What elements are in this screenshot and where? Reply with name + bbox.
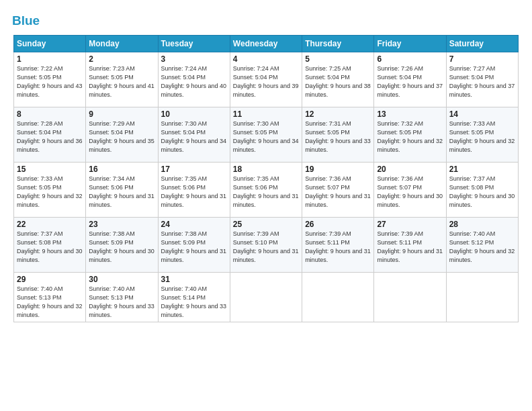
day-number: 29 xyxy=(17,275,83,284)
day-number: 19 xyxy=(305,165,371,174)
calendar-cell: 19Sunrise: 7:36 AMSunset: 5:07 PMDayligh… xyxy=(302,162,374,217)
day-number: 30 xyxy=(89,275,154,284)
day-info: Sunrise: 7:39 AMSunset: 5:11 PMDaylight:… xyxy=(305,230,371,265)
weekday-header-wednesday: Wednesday xyxy=(230,35,302,52)
day-number: 24 xyxy=(161,220,227,229)
weekday-header-row: SundayMondayTuesdayWednesdayThursdayFrid… xyxy=(14,35,519,52)
day-number: 17 xyxy=(161,165,227,174)
calendar-week-row-4: 22Sunrise: 7:37 AMSunset: 5:08 PMDayligh… xyxy=(14,217,519,272)
day-info: Sunrise: 7:30 AMSunset: 5:04 PMDaylight:… xyxy=(161,120,227,154)
day-info: Sunrise: 7:40 AMSunset: 5:13 PMDaylight:… xyxy=(17,285,83,320)
calendar-cell: 23Sunrise: 7:38 AMSunset: 5:09 PMDayligh… xyxy=(86,217,158,272)
day-number: 31 xyxy=(161,275,227,284)
weekday-header-tuesday: Tuesday xyxy=(158,35,230,52)
day-number: 11 xyxy=(233,109,299,119)
day-info: Sunrise: 7:40 AMSunset: 5:12 PMDaylight:… xyxy=(449,230,515,265)
day-info: Sunrise: 7:40 AMSunset: 5:13 PMDaylight:… xyxy=(89,285,154,320)
day-info: Sunrise: 7:32 AMSunset: 5:05 PMDaylight:… xyxy=(377,120,443,154)
day-number: 26 xyxy=(305,220,371,229)
calendar-week-row-2: 8Sunrise: 7:28 AMSunset: 5:04 PMDaylight… xyxy=(14,107,519,162)
calendar-cell xyxy=(446,272,518,322)
calendar-cell: 25Sunrise: 7:39 AMSunset: 5:10 PMDayligh… xyxy=(230,217,302,272)
day-info: Sunrise: 7:39 AMSunset: 5:11 PMDaylight:… xyxy=(377,230,443,265)
day-info: Sunrise: 7:24 AMSunset: 5:04 PMDaylight:… xyxy=(161,64,227,99)
calendar-cell: 11Sunrise: 7:30 AMSunset: 5:05 PMDayligh… xyxy=(230,107,302,162)
day-info: Sunrise: 7:23 AMSunset: 5:05 PMDaylight:… xyxy=(89,64,154,99)
calendar-cell: 12Sunrise: 7:31 AMSunset: 5:05 PMDayligh… xyxy=(302,107,374,162)
day-info: Sunrise: 7:29 AMSunset: 5:04 PMDaylight:… xyxy=(89,120,154,154)
day-number: 5 xyxy=(305,54,371,64)
calendar-cell: 15Sunrise: 7:33 AMSunset: 5:05 PMDayligh… xyxy=(14,162,86,217)
calendar-table: SundayMondayTuesdayWednesdayThursdayFrid… xyxy=(13,35,519,322)
day-info: Sunrise: 7:38 AMSunset: 5:09 PMDaylight:… xyxy=(161,230,227,265)
day-info: Sunrise: 7:24 AMSunset: 5:04 PMDaylight:… xyxy=(233,64,299,99)
day-info: Sunrise: 7:27 AMSunset: 5:04 PMDaylight:… xyxy=(449,64,515,99)
day-number: 25 xyxy=(233,220,299,229)
day-info: Sunrise: 7:38 AMSunset: 5:09 PMDaylight:… xyxy=(89,230,154,265)
weekday-header-friday: Friday xyxy=(374,35,446,52)
day-number: 20 xyxy=(377,165,443,174)
weekday-header-sunday: Sunday xyxy=(14,35,86,52)
day-info: Sunrise: 7:26 AMSunset: 5:04 PMDaylight:… xyxy=(377,64,443,99)
calendar-cell xyxy=(302,272,374,322)
day-number: 4 xyxy=(233,54,299,64)
calendar-cell: 2Sunrise: 7:23 AMSunset: 5:05 PMDaylight… xyxy=(86,52,158,107)
weekday-header-monday: Monday xyxy=(86,35,158,52)
calendar-cell: 18Sunrise: 7:35 AMSunset: 5:06 PMDayligh… xyxy=(230,162,302,217)
calendar-cell: 5Sunrise: 7:25 AMSunset: 5:04 PMDaylight… xyxy=(302,52,374,107)
day-number: 12 xyxy=(305,109,371,119)
day-number: 3 xyxy=(161,54,227,64)
calendar-cell: 16Sunrise: 7:34 AMSunset: 5:06 PMDayligh… xyxy=(86,162,158,217)
calendar-cell xyxy=(230,272,302,322)
calendar-cell: 24Sunrise: 7:38 AMSunset: 5:09 PMDayligh… xyxy=(158,217,230,272)
day-info: Sunrise: 7:40 AMSunset: 5:14 PMDaylight:… xyxy=(161,285,227,320)
calendar-cell: 7Sunrise: 7:27 AMSunset: 5:04 PMDaylight… xyxy=(446,52,518,107)
calendar-cell: 29Sunrise: 7:40 AMSunset: 5:13 PMDayligh… xyxy=(14,272,86,322)
weekday-header-saturday: Saturday xyxy=(446,35,518,52)
day-number: 8 xyxy=(17,109,83,119)
calendar-cell: 8Sunrise: 7:28 AMSunset: 5:04 PMDaylight… xyxy=(14,107,86,162)
day-number: 2 xyxy=(89,54,154,64)
day-info: Sunrise: 7:33 AMSunset: 5:05 PMDaylight:… xyxy=(17,175,83,210)
calendar-week-row-1: 1Sunrise: 7:22 AMSunset: 5:05 PMDaylight… xyxy=(14,52,519,107)
weekday-header-thursday: Thursday xyxy=(302,35,374,52)
day-number: 23 xyxy=(89,220,154,229)
day-info: Sunrise: 7:37 AMSunset: 5:08 PMDaylight:… xyxy=(449,175,515,210)
calendar-cell: 30Sunrise: 7:40 AMSunset: 5:13 PMDayligh… xyxy=(86,272,158,322)
day-info: Sunrise: 7:25 AMSunset: 5:04 PMDaylight:… xyxy=(305,64,371,99)
calendar-cell: 14Sunrise: 7:33 AMSunset: 5:05 PMDayligh… xyxy=(446,107,518,162)
logo: Blue xyxy=(13,12,40,28)
calendar-cell: 6Sunrise: 7:26 AMSunset: 5:04 PMDaylight… xyxy=(374,52,446,107)
day-info: Sunrise: 7:35 AMSunset: 5:06 PMDaylight:… xyxy=(161,175,227,210)
day-info: Sunrise: 7:39 AMSunset: 5:10 PMDaylight:… xyxy=(233,230,299,265)
day-number: 7 xyxy=(449,54,515,64)
day-number: 27 xyxy=(377,220,443,229)
calendar-cell: 21Sunrise: 7:37 AMSunset: 5:08 PMDayligh… xyxy=(446,162,518,217)
day-info: Sunrise: 7:30 AMSunset: 5:05 PMDaylight:… xyxy=(233,120,299,154)
day-info: Sunrise: 7:35 AMSunset: 5:06 PMDaylight:… xyxy=(233,175,299,210)
day-info: Sunrise: 7:22 AMSunset: 5:05 PMDaylight:… xyxy=(17,64,83,99)
day-number: 18 xyxy=(233,165,299,174)
calendar-cell xyxy=(374,272,446,322)
logo-blue: Blue xyxy=(12,13,40,28)
calendar-cell: 31Sunrise: 7:40 AMSunset: 5:14 PMDayligh… xyxy=(158,272,230,322)
calendar-cell: 28Sunrise: 7:40 AMSunset: 5:12 PMDayligh… xyxy=(446,217,518,272)
day-number: 21 xyxy=(449,165,515,174)
day-number: 16 xyxy=(89,165,154,174)
day-number: 1 xyxy=(17,54,83,64)
page: Blue SundayMondayTuesdayWednesdayThursda… xyxy=(0,0,532,411)
day-number: 22 xyxy=(17,220,83,229)
day-info: Sunrise: 7:33 AMSunset: 5:05 PMDaylight:… xyxy=(449,120,515,154)
day-info: Sunrise: 7:34 AMSunset: 5:06 PMDaylight:… xyxy=(89,175,154,210)
day-number: 13 xyxy=(377,109,443,119)
calendar-week-row-5: 29Sunrise: 7:40 AMSunset: 5:13 PMDayligh… xyxy=(14,272,519,322)
calendar-cell: 9Sunrise: 7:29 AMSunset: 5:04 PMDaylight… xyxy=(86,107,158,162)
day-info: Sunrise: 7:28 AMSunset: 5:04 PMDaylight:… xyxy=(17,120,83,154)
day-number: 9 xyxy=(89,109,154,119)
calendar-cell: 27Sunrise: 7:39 AMSunset: 5:11 PMDayligh… xyxy=(374,217,446,272)
calendar-cell: 1Sunrise: 7:22 AMSunset: 5:05 PMDaylight… xyxy=(14,52,86,107)
header: Blue xyxy=(13,12,519,28)
day-number: 10 xyxy=(161,109,227,119)
calendar-cell: 17Sunrise: 7:35 AMSunset: 5:06 PMDayligh… xyxy=(158,162,230,217)
day-info: Sunrise: 7:37 AMSunset: 5:08 PMDaylight:… xyxy=(17,230,83,265)
